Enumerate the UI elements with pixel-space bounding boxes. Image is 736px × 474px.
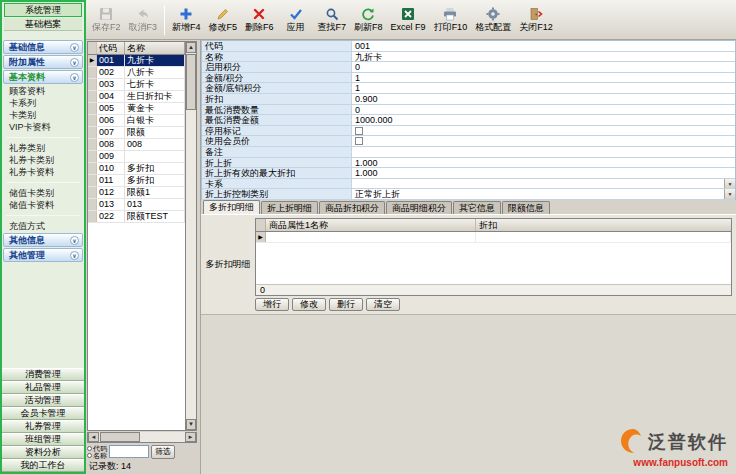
sidebar-item[interactable]: 充值方式: [2, 220, 84, 232]
card-list-panel: 代码 名称 ▶001九折卡002八折卡003七折卡004生日折扣卡005黄金卡0…: [86, 40, 198, 474]
delete-row-button[interactable]: 删行: [329, 298, 363, 311]
delete-button[interactable]: 删除F6: [241, 2, 278, 38]
sidebar-group-header[interactable]: 基本资料∨: [3, 70, 83, 84]
sidebar-bottom-item[interactable]: 礼品管理: [2, 381, 84, 394]
checkbox-icon[interactable]: [355, 127, 363, 135]
sidebar-item[interactable]: 卡类别: [2, 109, 84, 121]
scroll-right-icon[interactable]: ►: [185, 432, 196, 442]
sidebar-item[interactable]: 礼券卡类别: [2, 154, 84, 166]
sidebar-group-header[interactable]: 其他信息∨: [3, 233, 83, 247]
print-button[interactable]: 打印F10: [430, 2, 472, 38]
dropdown-arrow-icon[interactable]: ▼: [724, 179, 735, 189]
field-value[interactable]: 1000.000: [352, 115, 735, 125]
filter-input[interactable]: [109, 445, 149, 458]
close-button[interactable]: 关闭F12: [515, 2, 557, 38]
sidebar-item[interactable]: VIP卡资料: [2, 121, 84, 133]
tab-item[interactable]: 限额信息: [502, 201, 550, 214]
sidebar-tab-basic-files[interactable]: 基础档案: [4, 18, 82, 31]
field-value[interactable]: [352, 126, 735, 136]
detail-column-attr-name[interactable]: 商品属性1名称: [266, 219, 476, 231]
tab-item[interactable]: 折上折明细: [261, 201, 318, 214]
sidebar-item[interactable]: 储值卡类别: [2, 187, 84, 199]
table-row[interactable]: 013013: [88, 199, 185, 211]
vertical-scrollbar[interactable]: ▲ ▼: [185, 42, 196, 430]
sidebar-bottom-item[interactable]: 我的工作台: [2, 459, 84, 472]
scrollbar-thumb[interactable]: [186, 54, 196, 110]
sidebar-bottom-item[interactable]: 班组管理: [2, 433, 84, 446]
table-row[interactable]: 006白银卡: [88, 115, 185, 127]
sidebar-item[interactable]: 卡系列: [2, 97, 84, 109]
sidebar-item[interactable]: 顾客资料: [2, 85, 84, 97]
modify-row-button[interactable]: 修改: [292, 298, 326, 311]
config-button[interactable]: 格式配置: [471, 2, 515, 38]
field-value[interactable]: ▼: [352, 179, 735, 189]
excel-button[interactable]: Excel F9: [387, 2, 430, 38]
content: 代码 名称 ▶001九折卡002八折卡003七折卡004生日折扣卡005黄金卡0…: [86, 40, 736, 474]
scroll-up-icon[interactable]: ▲: [186, 42, 196, 53]
filter-option-name[interactable]: 名称: [87, 452, 107, 459]
sidebar-bottom-item[interactable]: 资料分析: [2, 446, 84, 459]
sidebar-group-header[interactable]: 附加属性∨: [3, 55, 83, 69]
field-value[interactable]: 1.000: [352, 158, 735, 168]
add-button[interactable]: 新增F4: [168, 2, 205, 38]
detail-empty-row[interactable]: ▶: [256, 232, 731, 243]
field-value[interactable]: [352, 136, 735, 146]
dropdown-arrow-icon[interactable]: ▼: [724, 189, 735, 199]
table-row[interactable]: 022限额TEST: [88, 211, 185, 223]
sidebar-item[interactable]: 礼券卡资料: [2, 166, 84, 178]
table-row[interactable]: 012限额1: [88, 187, 185, 199]
table-row[interactable]: 008008: [88, 139, 185, 151]
table-row[interactable]: 011多折扣: [88, 175, 185, 187]
field-value[interactable]: 九折卡: [352, 52, 735, 62]
horizontal-scrollbar[interactable]: ◄ ►: [87, 432, 197, 443]
scroll-left-icon[interactable]: ◄: [88, 432, 99, 442]
h-scrollbar-thumb[interactable]: [100, 432, 140, 442]
field-value[interactable]: 001: [352, 41, 735, 51]
h-scrollbar-track[interactable]: [140, 432, 185, 442]
sidebar-bottom-item[interactable]: 活动管理: [2, 394, 84, 407]
table-row[interactable]: 004生日折扣卡: [88, 91, 185, 103]
table-row[interactable]: 002八折卡: [88, 67, 185, 79]
tab-item[interactable]: 商品明细积分: [386, 201, 452, 214]
sidebar-group-header[interactable]: 基础信息∨: [3, 40, 83, 54]
scroll-down-icon[interactable]: ▼: [186, 419, 196, 430]
table-row[interactable]: 005黄金卡: [88, 103, 185, 115]
filter-button[interactable]: 筛选: [151, 445, 175, 459]
field-value[interactable]: 0.900: [352, 94, 735, 104]
refresh-button[interactable]: 刷新F8: [350, 2, 387, 38]
tab-item[interactable]: 商品折扣积分: [319, 201, 385, 214]
edit-button[interactable]: 修改F5: [205, 2, 242, 38]
sidebar-bottom-item[interactable]: 会员卡管理: [2, 407, 84, 420]
field-value[interactable]: 1: [352, 83, 735, 93]
field-value[interactable]: 1.000: [352, 168, 735, 178]
tab-item[interactable]: 其它信息: [453, 201, 501, 214]
tab-item[interactable]: 多折扣明细: [203, 200, 260, 214]
clear-button[interactable]: 清空: [366, 298, 400, 311]
scrollbar-track[interactable]: [186, 110, 196, 419]
table-row[interactable]: 009: [88, 151, 185, 163]
sidebar-tab-system-management[interactable]: 系统管理: [4, 3, 82, 17]
table-row[interactable]: 007限额: [88, 127, 185, 139]
table-row[interactable]: ▶001九折卡: [88, 55, 185, 67]
sidebar-group-header[interactable]: 其他管理∨: [3, 248, 83, 262]
field-value[interactable]: 正常折上折▼: [352, 189, 735, 199]
sidebar-bottom-item[interactable]: 消费管理: [2, 368, 84, 381]
find-button[interactable]: 查找F7: [314, 2, 351, 38]
field-value[interactable]: 1: [352, 73, 735, 83]
apply-button[interactable]: 应用: [278, 2, 314, 38]
field-value[interactable]: 0: [352, 105, 735, 115]
field-value[interactable]: 0: [352, 62, 735, 72]
column-header-code[interactable]: 代码: [97, 42, 125, 54]
checkbox-icon[interactable]: [355, 137, 363, 145]
table-row[interactable]: 003七折卡: [88, 79, 185, 91]
column-header-name[interactable]: 名称: [125, 42, 185, 54]
add-row-button[interactable]: 增行: [255, 298, 289, 311]
sidebar-item[interactable]: 礼券类别: [2, 142, 84, 154]
sidebar-item[interactable]: 储值卡资料: [2, 199, 84, 211]
detail-column-discount[interactable]: 折扣: [476, 219, 731, 231]
sidebar-spacer: [2, 263, 84, 368]
table-row[interactable]: 010多折扣: [88, 163, 185, 175]
sidebar-bottom-item[interactable]: 礼券管理: [2, 420, 84, 433]
filter-option-code[interactable]: 代码: [87, 445, 107, 452]
field-value[interactable]: [352, 147, 735, 157]
